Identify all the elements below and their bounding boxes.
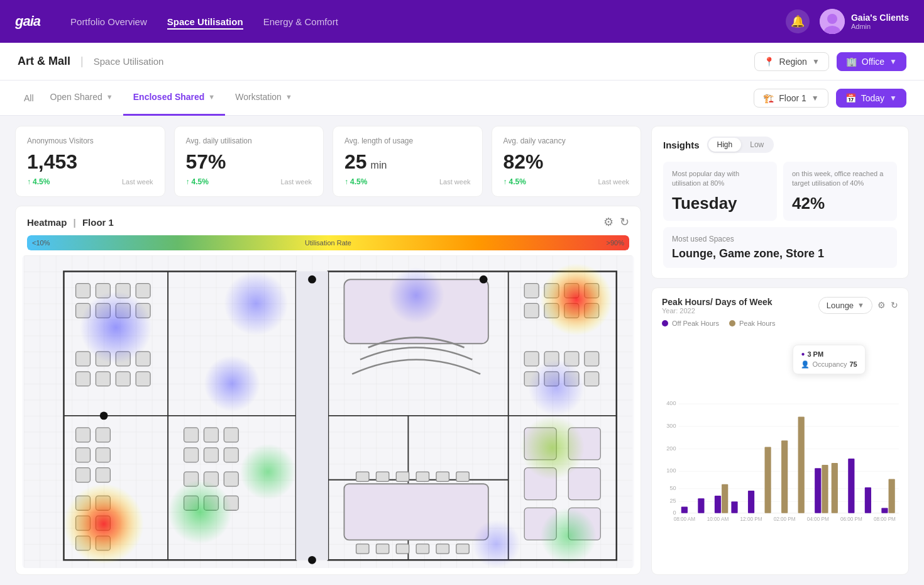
svg-rect-30 [116,372,130,386]
svg-rect-65 [524,352,539,366]
svg-point-93 [224,271,288,335]
svg-rect-84 [436,544,449,554]
svg-rect-33 [96,428,110,442]
svg-rect-134 [832,463,838,513]
metric-period-1: Last week [280,178,312,186]
metric-value-3: 82% [503,150,630,174]
svg-rect-77 [416,472,429,481]
chart-card: Peak Hours/ Days of Week Year: 2022 Loun… [651,287,909,575]
legend-mid-label: Utilisation Rate [305,239,351,247]
svg-rect-85 [456,544,469,554]
office-chevron-icon: ▼ [889,57,897,66]
region-chevron-icon: ▼ [812,57,820,66]
insights-title: Insights [663,140,700,150]
metric-unit-2: min [371,160,387,171]
legend-peak: Peak Hours [729,320,775,327]
nav-space-utilisation[interactable]: Space Utilisation [167,14,243,30]
svg-point-92 [80,291,152,364]
nav-energy-comfort[interactable]: Energy & Comfort [263,14,338,30]
user-info: Gaia's Clients Admin [851,13,909,30]
nav-portfolio-overview[interactable]: Portfolio Overview [70,14,147,30]
svg-rect-19 [136,284,150,298]
tab-enclosed-shared[interactable]: Enclosed Shared ▼ [123,81,225,116]
svg-rect-57 [524,284,539,298]
tab-all[interactable]: All [18,81,40,116]
svg-rect-75 [376,472,388,481]
legend-low-label: <10% [32,239,50,247]
user-area: Gaia's Clients Admin [820,9,909,34]
toggle-high[interactable]: High [708,138,742,152]
heatmap-filter-btn[interactable]: ⚙ [603,215,613,229]
svg-text:08:00 AM: 08:00 AM [674,516,696,522]
lounge-dropdown[interactable]: Lounge ▼ [818,297,872,314]
breadcrumb-sub: Space Utilisation [94,56,164,67]
user-name: Gaia's Clients [851,13,909,23]
metric-period-3: Last week [598,178,629,186]
heatmap-refresh-btn[interactable]: ↻ [620,215,629,229]
tab-workstation[interactable]: Workstation ▼ [225,81,302,116]
office-label: Office [862,57,884,67]
svg-text:06:00 PM: 06:00 PM [840,516,862,522]
metric-label-1: Avg. daily utilisation [186,136,312,145]
svg-rect-29 [96,372,110,386]
chart-refresh-btn[interactable]: ↻ [891,300,898,310]
most-used-value: Lounge, Game zone, Store 1 [672,247,888,260]
metric-length-usage: Avg. length of usage 25 min ↑ 4.5% Last … [333,126,483,197]
floor-dropdown[interactable]: 🏗️ Floor 1 ▼ [754,89,828,108]
breadcrumb-filters: 📍 Region ▼ 🏢 Office ▼ [754,52,906,71]
tab-open-shared-chevron: ▼ [106,93,113,101]
lounge-label: Lounge [827,301,854,310]
most-used-box: Most used Spaces Lounge, Game zone, Stor… [663,227,897,268]
region-dropdown[interactable]: 📍 Region ▼ [754,52,829,71]
metric-value-1: 57% [186,150,312,174]
insights-toggle: High Low [707,136,774,153]
floor-label: Floor 1 [779,93,806,103]
today-dropdown[interactable]: 📅 Today ▼ [836,89,906,108]
svg-rect-135 [848,459,854,513]
svg-point-108 [480,276,488,284]
chart-filter-btn[interactable]: ⚙ [877,300,886,310]
svg-rect-125 [715,496,721,513]
heatmap-actions: ⚙ ↻ [603,215,629,229]
svg-point-101 [529,360,585,416]
svg-text:400: 400 [666,400,676,406]
svg-rect-82 [396,544,409,554]
nav-right: 🔔 Gaia's Clients Admin [786,9,909,34]
heatmap-title: Heatmap | Floor 1 [27,217,114,228]
svg-rect-52 [224,472,238,486]
legend-dot-purple [662,320,668,326]
metric-change-3: ↑ 4.5% [503,177,526,186]
toggle-low[interactable]: Low [741,138,773,152]
today-label: Today [861,93,884,103]
svg-rect-61 [524,303,539,318]
insight-box-value-0: Tuesday [672,194,768,213]
metric-footer-2: ↑ 4.5% Last week [344,177,471,186]
notification-bell[interactable]: 🔔 [786,9,810,33]
metric-period-0: Last week [122,178,153,186]
svg-text:300: 300 [666,423,676,429]
svg-rect-80 [356,544,369,554]
chart-title: Peak Hours/ Days of Week [662,297,773,307]
legend-dot-tan [729,320,735,326]
svg-rect-44 [184,428,199,442]
svg-text:0: 0 [673,509,676,515]
breadcrumb-title: Art & Mall [18,55,70,68]
svg-rect-90 [568,468,600,500]
svg-rect-35 [96,448,110,462]
svg-rect-15 [296,271,328,560]
left-panel: Anonymous Visitors 1,453 ↑ 4.5% Last wee… [15,126,641,575]
svg-text:25: 25 [669,498,676,504]
tab-enclosed-shared-chevron: ▼ [208,93,215,101]
svg-point-1 [827,14,837,24]
svg-rect-45 [204,428,218,442]
heatmap-legend: <10% Utilisation Rate >90% [27,235,629,250]
insight-box-popular-day: Most popular day with utilisation at 80%… [663,162,777,221]
svg-rect-133 [822,465,828,513]
tab-workstation-chevron: ▼ [285,93,292,101]
metric-anonymous-visitors: Anonymous Visitors 1,453 ↑ 4.5% Last wee… [15,126,165,197]
svg-point-96 [168,480,232,544]
tab-open-shared[interactable]: Open Shared ▼ [40,81,123,116]
office-dropdown[interactable]: 🏢 Office ▼ [837,52,906,71]
svg-point-94 [204,355,260,411]
svg-point-95 [63,484,143,564]
